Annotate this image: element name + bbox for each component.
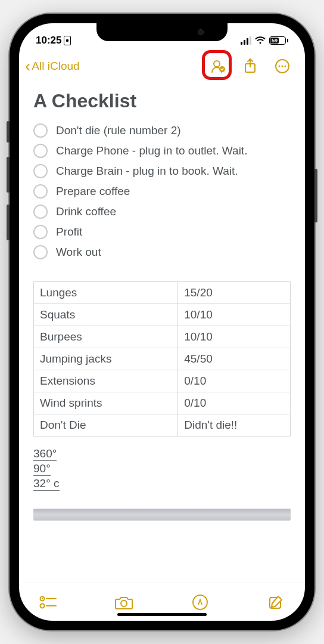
checklist-item[interactable]: Charge Phone - plug in to outlet. Wait. [33, 141, 291, 161]
checklist-item[interactable]: Don't die (rule number 2) [33, 120, 291, 141]
temp-value: 360° [33, 447, 57, 461]
cellular-icon [241, 36, 251, 45]
table-row: Squats10/10 [34, 304, 291, 326]
checkbox-icon[interactable] [33, 245, 48, 259]
table-row: Jumping jacks45/50 [34, 348, 291, 370]
table-row: Burpees10/10 [34, 326, 291, 348]
checkbox-icon[interactable] [33, 144, 48, 158]
svg-point-10 [40, 603, 45, 608]
note-body[interactable]: A Checklist Don't die (rule number 2) Ch… [19, 80, 305, 583]
share-button[interactable] [241, 57, 260, 76]
checkbox-icon[interactable] [33, 184, 48, 199]
checklist-button[interactable] [37, 591, 60, 614]
note-title: A Checklist [33, 90, 291, 112]
svg-point-5 [282, 66, 284, 67]
status-time: 10:25 [36, 35, 61, 47]
checklist-item[interactable]: Drink coffee [33, 202, 291, 222]
sim-icon [64, 36, 71, 45]
checkbox-icon[interactable] [33, 205, 48, 219]
nav-bar: ‹ All iCloud [19, 53, 305, 80]
svg-point-6 [285, 66, 286, 67]
markup-icon [192, 594, 208, 611]
checklist-icon [39, 595, 57, 609]
table-row: Wind sprints0/10 [34, 392, 291, 414]
camera-button[interactable] [113, 591, 135, 614]
checklist-item[interactable]: Profit [33, 222, 291, 242]
svg-point-0 [214, 61, 220, 67]
compose-button[interactable] [264, 591, 287, 614]
checkbox-icon[interactable] [33, 123, 48, 138]
temperature-list: 360° 90° 32° c [33, 447, 291, 492]
back-label: All iCloud [32, 60, 79, 73]
svg-point-4 [279, 66, 281, 67]
checklist-item[interactable]: Charge Brain - plug in to book. Wait. [33, 161, 291, 181]
table-row: Lunges15/20 [34, 282, 291, 304]
table-row: Extensions0/10 [34, 370, 291, 392]
collaborate-icon [210, 58, 226, 75]
share-icon [243, 58, 257, 75]
ellipsis-circle-icon [275, 58, 290, 74]
wifi-icon [255, 36, 266, 45]
back-button[interactable]: ‹ All iCloud [25, 58, 80, 75]
svg-point-8 [42, 597, 43, 599]
chevron-left-icon: ‹ [25, 58, 30, 75]
temp-value: 90° [33, 462, 51, 476]
temp-value: 32° c [33, 477, 60, 491]
checkbox-icon[interactable] [33, 225, 48, 239]
checklist-item[interactable]: Work out [33, 242, 291, 262]
checkbox-icon[interactable] [33, 164, 48, 178]
markup-button[interactable] [189, 591, 211, 614]
svg-point-13 [193, 595, 207, 609]
checklist-item[interactable]: Prepare coffee [33, 181, 291, 202]
attachment-image[interactable] [33, 509, 291, 521]
svg-point-12 [121, 600, 127, 606]
compose-icon [267, 594, 284, 611]
workout-table: Lunges15/20 Squats10/10 Burpees10/10 Jum… [33, 281, 291, 436]
camera-icon [114, 595, 133, 610]
collaborate-button[interactable] [208, 57, 228, 76]
checklist: Don't die (rule number 2) Charge Phone -… [33, 120, 291, 262]
battery-icon: 59 [269, 36, 288, 45]
more-button[interactable] [273, 57, 292, 76]
home-indicator[interactable] [117, 613, 207, 616]
table-row: Don't DieDidn't die!! [34, 414, 291, 436]
